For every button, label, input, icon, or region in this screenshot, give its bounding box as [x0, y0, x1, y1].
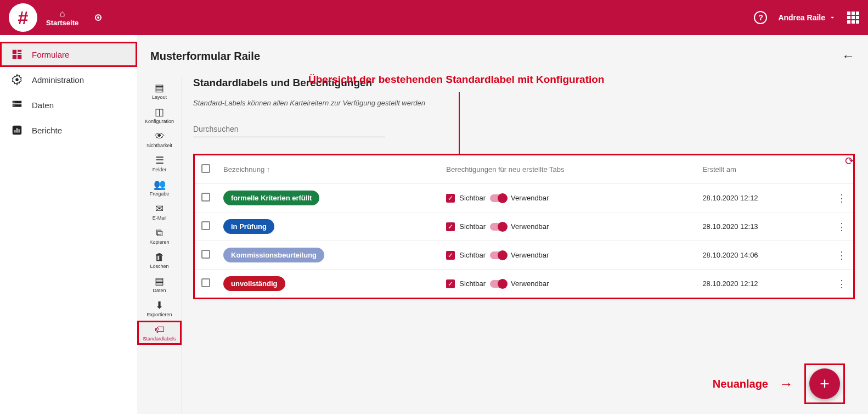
refresh-icon[interactable]: ⟳ [845, 154, 854, 167]
svg-rect-13 [19, 129, 20, 132]
record-icon[interactable] [95, 14, 102, 21]
mininav-daten[interactable]: ▤Daten [137, 272, 182, 296]
visible-checkbox[interactable]: ✓ [446, 251, 455, 260]
nav-label: Formulare [32, 50, 69, 59]
usable-toggle[interactable] [490, 280, 506, 288]
row-menu-icon[interactable]: ⋮ [837, 250, 847, 261]
user-name: Andrea Raile [778, 13, 825, 22]
chevron-down-icon [828, 14, 836, 21]
table-row: in Prüfung✓SichtbarVerwendbar28.10.2020 … [195, 212, 853, 241]
dashboard-icon [11, 48, 23, 60]
sidenav-item-administration[interactable]: Administration [0, 67, 137, 92]
visible-label: Sichtbar [459, 279, 486, 288]
search-input[interactable] [193, 121, 385, 137]
eye-icon: 👁 [155, 131, 165, 142]
mininav-email[interactable]: ✉E-Mail [137, 200, 182, 224]
config-icon: ◫ [155, 107, 164, 118]
apps-grid-icon[interactable] [847, 12, 859, 24]
visible-label: Sichtbar [459, 194, 486, 202]
svg-rect-0 [13, 50, 16, 54]
sidenav-item-daten[interactable]: Daten [0, 92, 137, 118]
data-icon: ▤ [155, 276, 164, 287]
page-title: Musterformular Raile [150, 50, 260, 63]
row-menu-icon[interactable]: ⋮ [837, 278, 847, 289]
layout-icon: ▤ [155, 82, 164, 93]
panel-subtitle: Standard-Labels können allen Karteireite… [193, 99, 855, 107]
email-icon: ✉ [155, 203, 164, 214]
gear-icon [11, 74, 23, 86]
mininav-layout[interactable]: ▤Layout [137, 79, 182, 103]
help-icon[interactable]: ? [754, 11, 767, 24]
svg-rect-3 [13, 55, 16, 59]
back-arrow-icon[interactable]: ← [842, 48, 855, 64]
mininav-konfiguration[interactable]: ◫Konfiguration [137, 103, 182, 127]
table-row: Kommissionsbeurteilung✓SichtbarVerwendba… [195, 241, 853, 270]
mininav-standardlabels[interactable]: 🏷Standardlabels [137, 321, 182, 345]
mininav-felder[interactable]: ☰Felder [137, 152, 182, 176]
mini-nav: ▤Layout ◫Konfiguration 👁Sichtbarkeit ☰Fe… [137, 77, 182, 414]
labels-table: Bezeichnung Berechtigungen für neu erste… [195, 155, 853, 298]
svg-rect-2 [18, 53, 21, 54]
add-label-fab[interactable]: + [809, 368, 840, 399]
annotation-overview: Übersicht der bestehenden Standardlabel … [308, 74, 604, 86]
usable-label: Verwendbar [511, 279, 549, 288]
visible-checkbox[interactable]: ✓ [446, 222, 455, 231]
visible-label: Sichtbar [459, 251, 486, 259]
visible-label: Sichtbar [459, 222, 486, 231]
mininav-freigabe[interactable]: 👥Freigabe [137, 176, 182, 200]
label-pill: in Prüfung [223, 219, 274, 234]
fields-icon: ☰ [155, 155, 164, 166]
share-icon: 👥 [154, 179, 166, 190]
storage-icon [11, 99, 23, 111]
app-logo-icon[interactable]: # [9, 3, 37, 32]
annotation-neuanlage: Neuanlage [713, 378, 768, 390]
usable-label: Verwendbar [511, 222, 549, 231]
label-pill: Kommissionsbeurteilung [223, 248, 324, 262]
mininav-exportieren[interactable]: ⬇Exportieren [137, 296, 182, 321]
svg-rect-12 [16, 128, 18, 132]
row-menu-icon[interactable]: ⋮ [837, 221, 847, 232]
select-all-checkbox[interactable] [201, 164, 210, 173]
col-bezeichnung[interactable]: Bezeichnung [217, 155, 439, 184]
usable-toggle[interactable] [490, 251, 506, 259]
row-checkbox[interactable] [201, 278, 210, 287]
home-icon: ⌂ [60, 9, 65, 19]
svg-rect-11 [14, 130, 15, 133]
usable-toggle[interactable] [490, 223, 506, 231]
sidenav-item-berichte[interactable]: Berichte [0, 118, 137, 143]
mininav-loeschen[interactable]: 🗑Löschen [137, 248, 182, 272]
usable-label: Verwendbar [511, 251, 549, 259]
home-label: Startseite [46, 19, 78, 27]
top-bar: # ⌂ Startseite ? Andrea Raile [0, 0, 868, 35]
annotation-arrow-right-icon: → [779, 376, 793, 393]
nav-label: Daten [32, 100, 54, 110]
row-checkbox[interactable] [201, 193, 210, 202]
nav-home[interactable]: ⌂ Startseite [46, 9, 78, 27]
row-menu-icon[interactable]: ⋮ [837, 193, 847, 204]
usable-toggle[interactable] [490, 194, 506, 202]
visible-checkbox[interactable]: ✓ [446, 279, 455, 288]
nav-label: Berichte [32, 126, 62, 135]
label-icon: 🏷 [155, 324, 165, 335]
table-row: formelle Kriterien erfüllt✓SichtbarVerwe… [195, 184, 853, 212]
svg-point-9 [14, 105, 15, 106]
label-pill: formelle Kriterien erfüllt [223, 191, 319, 205]
mininav-sichtbarkeit[interactable]: 👁Sichtbarkeit [137, 127, 182, 152]
row-checkbox[interactable] [201, 250, 210, 259]
user-menu[interactable]: Andrea Raile [778, 13, 836, 22]
download-icon: ⬇ [155, 300, 164, 311]
label-pill: unvollständig [223, 276, 285, 291]
nav-label: Administration [32, 75, 84, 85]
mininav-kopieren[interactable]: ⧉Kopieren [137, 224, 182, 248]
visible-checkbox[interactable]: ✓ [446, 194, 455, 203]
side-nav: Formulare Administration Daten Berichte [0, 35, 137, 414]
usable-label: Verwendbar [511, 194, 549, 202]
sidenav-item-formulare[interactable]: Formulare [0, 42, 137, 67]
created-at: 28.10.2020 12:12 [696, 184, 830, 212]
col-erstellt[interactable]: Erstellt am [696, 155, 830, 184]
svg-point-5 [15, 78, 19, 81]
created-at: 28.10.2020 12:13 [696, 212, 830, 241]
col-berechtigungen[interactable]: Berechtigungen für neu erstellte Tabs [439, 155, 696, 184]
created-at: 28.10.2020 12:12 [696, 270, 830, 298]
row-checkbox[interactable] [201, 221, 210, 230]
